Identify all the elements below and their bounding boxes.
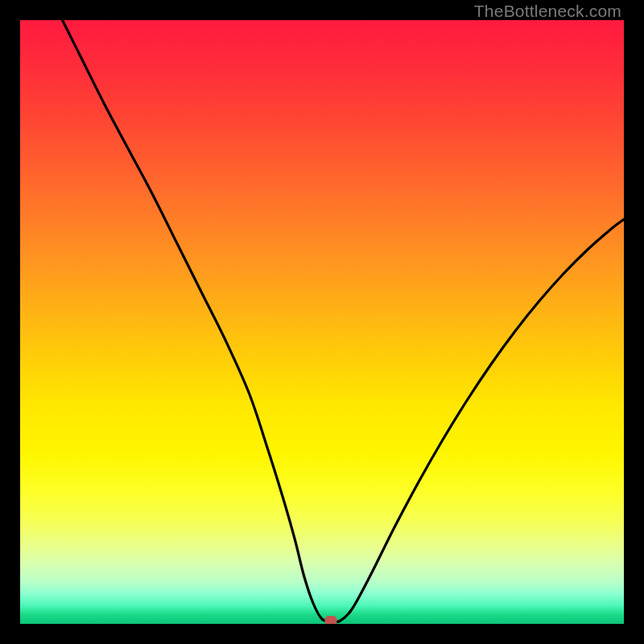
bottleneck-curve — [20, 20, 624, 624]
chart-frame: TheBottleneck.com — [0, 0, 644, 644]
plot-area — [20, 20, 624, 624]
watermark-text: TheBottleneck.com — [474, 2, 621, 21]
optimal-point-marker — [325, 616, 337, 624]
